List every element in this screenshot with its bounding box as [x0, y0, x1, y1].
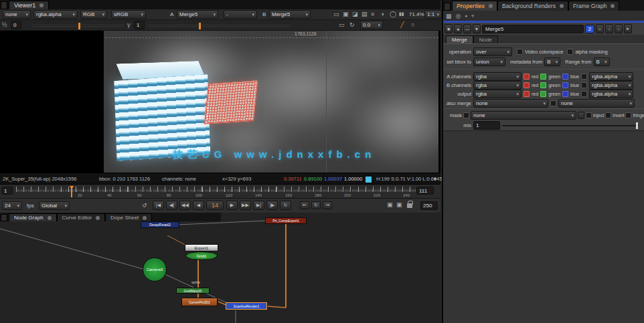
- pane-menu-icon[interactable]: [444, 3, 451, 11]
- close-icon[interactable]: [560, 4, 564, 8]
- close-icon[interactable]: [48, 216, 52, 220]
- current-frame-field[interactable]: 14: [206, 201, 224, 210]
- frame-inc-button[interactable]: ⇥: [323, 201, 332, 209]
- float-button[interactable]: ▫: [605, 24, 613, 33]
- b-input-dropdown[interactable]: Merge5: [269, 10, 311, 19]
- node-grid[interactable]: Grid1: [185, 251, 218, 260]
- step-back-button[interactable]: ◀: [193, 201, 204, 210]
- alpha-masking-checkbox[interactable]: [567, 49, 573, 55]
- global-end-field[interactable]: 250: [420, 201, 438, 210]
- panel-dot-icon[interactable]: ▪: [465, 13, 467, 19]
- fullscreen-icon[interactable]: ▣: [387, 201, 393, 208]
- metadata-dropdown[interactable]: B: [544, 58, 560, 66]
- gain-slider[interactable]: [32, 25, 125, 27]
- b-alpha-checkbox[interactable]: [581, 82, 587, 88]
- frame-dec-button[interactable]: ⇤: [300, 201, 309, 209]
- panel-grid-icon[interactable]: ▦: [446, 13, 452, 19]
- node-center-button[interactable]: ●: [454, 24, 462, 33]
- range-start-field[interactable]: 1: [1, 187, 13, 195]
- timeline-ruler[interactable]: 1 20 40 60 80 100 120 140 160 180 200 22…: [0, 184, 440, 198]
- loop-icon[interactable]: ↺: [142, 202, 147, 209]
- wipe-mode-dropdown[interactable]: -: [224, 10, 257, 19]
- tab-viewer1[interactable]: Viewer1: [9, 1, 49, 9]
- tab-merge[interactable]: Merge: [446, 35, 473, 43]
- sample-icon[interactable]: ○: [411, 21, 414, 28]
- display-channels-dropdown[interactable]: RGB: [80, 10, 107, 19]
- output-alpha-checkbox[interactable]: [581, 91, 587, 97]
- gamma-value[interactable]: 1: [134, 21, 145, 29]
- output-dropdown[interactable]: rgba: [473, 90, 521, 98]
- tab-dope-sheet[interactable]: Dope Sheet: [105, 213, 152, 221]
- fit-icon[interactable]: ▣: [396, 201, 402, 208]
- gamma-slider[interactable]: [149, 25, 291, 27]
- loop-mode-button[interactable]: ↻: [280, 201, 291, 210]
- frame-loop-button[interactable]: ↻: [311, 201, 321, 209]
- inputs-badge[interactable]: 2: [585, 25, 594, 33]
- pixel-aspect-dropdown[interactable]: 1:1: [424, 10, 442, 19]
- play-forward-button[interactable]: ▶▶: [240, 201, 251, 210]
- also-merge-dropdown[interactable]: none: [473, 99, 548, 108]
- node-gridwarp[interactable]: GridWarp10: [176, 288, 210, 294]
- mix-value-field[interactable]: 1: [473, 121, 500, 130]
- a-alpha-dropdown[interactable]: rgba.alpha: [589, 72, 633, 81]
- help-button[interactable]: ▸: [624, 24, 632, 33]
- tab-background-renders[interactable]: Background Renders: [497, 1, 568, 11]
- b-blue-checkbox[interactable]: [562, 82, 568, 88]
- viewer-menu-icon[interactable]: ≡: [371, 11, 374, 17]
- invert-checkbox[interactable]: [605, 112, 611, 118]
- also-merge-dropdown-2[interactable]: none: [558, 99, 635, 108]
- range-dropdown[interactable]: B: [594, 58, 610, 66]
- close-icon[interactable]: [39, 3, 44, 7]
- viewer-colorspace-dropdown[interactable]: sRGB: [111, 10, 146, 19]
- goto-end-button[interactable]: |▶: [266, 201, 278, 210]
- a-red-checkbox[interactable]: [524, 74, 530, 80]
- fps-dropdown[interactable]: 24: [2, 201, 22, 210]
- update-icon[interactable]: ↻: [349, 21, 355, 28]
- close-icon[interactable]: [96, 216, 100, 220]
- node-graph-canvas[interactable]: DeepRead2 Prt_CompExport1 Export1 Grid1 …: [0, 213, 440, 323]
- range-end-field[interactable]: 111: [416, 187, 434, 195]
- revert-button[interactable]: ▫: [615, 24, 623, 33]
- a-alpha-checkbox[interactable]: [581, 74, 587, 80]
- bbox-dropdown[interactable]: union: [473, 58, 505, 66]
- minimize-button[interactable]: —: [463, 24, 471, 33]
- output-alpha-dropdown[interactable]: rgba.alpha: [589, 90, 633, 98]
- next-keyframe-button[interactable]: ▶|: [253, 201, 264, 210]
- output-green-checkbox[interactable]: [540, 91, 546, 97]
- gamma-icon[interactable]: γ: [127, 21, 131, 28]
- close-icon[interactable]: [611, 4, 615, 8]
- b-channels-dropdown[interactable]: rgba: [473, 81, 521, 90]
- tab-properties[interactable]: Properties: [452, 1, 497, 11]
- a-input-dropdown[interactable]: Merge5: [177, 10, 218, 19]
- node-name-field[interactable]: [482, 25, 584, 33]
- full-frame-icon[interactable]: ▭: [333, 11, 339, 17]
- info-expand-icon[interactable]: ▾: [434, 176, 436, 182]
- node-cornerpin[interactable]: CornerPin2D1: [181, 298, 218, 306]
- also-merge-checkbox[interactable]: [550, 100, 556, 106]
- monitor-out-icon[interactable]: ▤: [361, 11, 368, 17]
- a-green-checkbox[interactable]: [540, 74, 546, 80]
- b-red-checkbox[interactable]: [524, 82, 530, 88]
- panel-circle-icon[interactable]: ◎: [456, 13, 461, 19]
- mix-slider[interactable]: [502, 125, 639, 126]
- prev-keyframe-button[interactable]: ◀|: [166, 201, 177, 210]
- b-alpha-dropdown[interactable]: rgba.alpha: [589, 81, 633, 90]
- fringe-checkbox[interactable]: [625, 112, 631, 118]
- goto-start-button[interactable]: |◀: [153, 201, 164, 210]
- pause-icon[interactable]: ▮▮: [399, 11, 404, 17]
- tab-curve-editor[interactable]: Curve Editor: [57, 213, 105, 221]
- output-blue-checkbox[interactable]: [562, 91, 568, 97]
- gain-icon[interactable]: ½: [2, 21, 7, 28]
- node-deepread[interactable]: DeepRead2: [141, 221, 179, 228]
- node-write[interactable]: Prt_CompExport1: [265, 217, 307, 224]
- node-color-button[interactable]: ■: [445, 24, 453, 33]
- play-backward-button[interactable]: ◀◀: [179, 201, 191, 210]
- input-process-dropdown[interactable]: 0.0: [360, 21, 383, 29]
- a-channels-dropdown[interactable]: rgba: [473, 72, 521, 81]
- video-colorspace-checkbox[interactable]: [517, 49, 523, 55]
- playhead[interactable]: [70, 186, 74, 197]
- gain-value[interactable]: 0: [11, 21, 21, 29]
- close-icon[interactable]: [489, 4, 493, 8]
- pane-menu-icon[interactable]: [1, 1, 7, 9]
- operation-dropdown[interactable]: over: [473, 47, 512, 56]
